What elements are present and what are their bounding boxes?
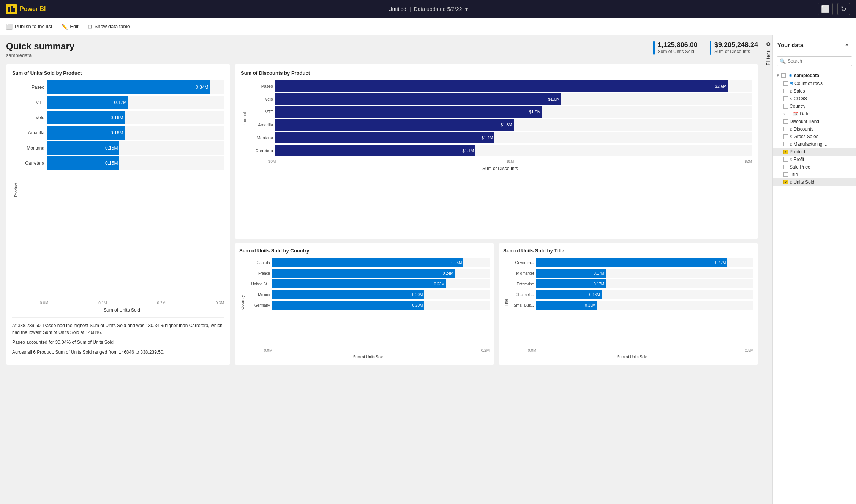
tree-child-item[interactable]: ›📅Date [773,110,856,118]
bar-value: $1.2M [482,135,493,140]
publish-label: Publish to the list [15,24,52,29]
bar-label: Montana [20,145,44,151]
item-name: Count of rows [794,81,823,86]
bar-fill: 0.15M [47,141,119,155]
count-icon: ⊞ [790,81,793,86]
bar-row: Channel ...0.16M [509,290,753,299]
bar-label: Amarilla [20,130,44,135]
tree-child-item[interactable]: ΣManufacturing ... [773,140,856,148]
tree-group-checkbox[interactable] [781,73,786,78]
dropdown-chevron[interactable]: ▾ [465,6,468,12]
publish-button[interactable]: ⬜ Publish to the list [6,24,52,30]
tree-child-item[interactable]: ΣGross Sales [773,133,856,140]
tree-child-item[interactable]: Discount Band [773,118,856,125]
tree-child-item[interactable]: ΣDiscounts [773,125,856,133]
checkbox[interactable] [783,142,788,146]
bar-fill: 0.25M [272,258,463,267]
top-bar: Power BI Untitled | Data updated 5/2/22 … [0,0,856,18]
search-wrap: 🔍 [777,56,852,66]
sigma-icon: Σ [790,157,792,162]
bar-fill: $2.6M [275,80,728,92]
chart3-title: Sum of Units Sold by Country [239,248,490,254]
tree-child-item[interactable]: Country [773,102,856,110]
insight-paragraph: Paseo accounted for 30.04% of Sum of Uni… [12,339,224,346]
chart4-ylabel: Title [503,258,509,347]
bar-value: 0.20M [412,293,423,297]
top-bar-center: Untitled | Data updated 5/2/22 ▾ [389,6,468,12]
bar-fill: 0.47M [536,258,727,267]
search-input[interactable] [777,56,852,66]
checkbox[interactable] [783,119,788,124]
chart1-title: Sum of Units Sold by Product [12,70,224,76]
tree-child-item[interactable]: ΣSales [773,87,856,95]
bar-row: Mexico0.20M [245,290,490,299]
bar-row: Amarilla0.16M [20,126,224,140]
search-icon: 🔍 [780,58,786,64]
checkbox[interactable]: ✓ [783,180,788,184]
checkbox[interactable] [783,134,788,139]
chart2-ylabel: Product [241,80,248,158]
tree-parent-sampledata[interactable]: ▼ ⊞ sampledata [773,71,856,80]
bar-fill: 0.15M [47,156,119,170]
insight-paragraph: At 338,239.50, Paseo had the highest Sum… [12,322,224,336]
item-name: Discounts [793,126,813,132]
window-button[interactable]: ⬜ [818,3,833,15]
bar-track: $1.6M [275,93,752,105]
bar-value: $1.5M [529,110,541,114]
x-axis-label: 0.2M [481,348,490,353]
sigma-icon: Σ [790,142,792,146]
tree-child-item[interactable]: ΣCOGS [773,95,856,102]
chart2-xaxis: $0M$1M$2M [241,159,752,164]
bar-label: Velo [248,97,273,101]
bar-value: 0.15M [105,145,118,151]
bar-row: Velo$1.6M [248,93,752,105]
refresh-button[interactable]: ↻ [837,3,850,15]
chart3-xlabel: Sum of Units Sold [239,355,490,359]
item-name: Product [790,149,805,154]
tree-child-item[interactable]: ⊞Count of rows [773,80,856,87]
x-axis-label: 0.5M [745,348,753,353]
checkbox[interactable] [783,165,788,169]
checkbox[interactable]: ✓ [783,150,788,154]
item-name: Discount Band [790,119,819,124]
bar-row: Montana0.15M [20,141,224,155]
show-data-table-button[interactable]: ⊞ Show data table [88,24,130,30]
bar-track: 0.16M [536,290,753,299]
checkbox[interactable] [783,96,788,101]
checkbox[interactable] [783,157,788,162]
kpi1: 1,125,806.00 Sum of Units Sold [653,41,698,55]
checkbox[interactable] [783,172,788,177]
bar-track: $1.3M [275,119,752,131]
tree-child-item[interactable]: ΣProfit [773,156,856,163]
tree-group: ▼ ⊞ sampledata ⊞Count of rowsΣSalesΣCOGS… [773,71,856,186]
bar-value: 0.34M [196,85,208,90]
collapse-button[interactable]: « [842,39,851,51]
tree-child-item[interactable]: ✓Product [773,148,856,156]
checkbox[interactable] [787,112,791,116]
checkbox[interactable] [783,81,788,86]
edit-button[interactable]: ✏️ Edit [61,24,78,30]
tree-child-item[interactable]: Sale Price [773,163,856,171]
bar-track: 0.15M [47,156,224,170]
chart1-ylabel: Product [12,80,20,299]
checkbox[interactable] [783,104,788,109]
checkbox[interactable] [783,127,788,131]
bar-label: Midmarket [509,271,534,276]
bar-fill: 0.16M [536,290,602,299]
tree-child-item[interactable]: ✓ΣUnits Sold [773,178,856,186]
bar-fill: 0.17M [47,96,128,109]
bar-fill: $1.3M [275,119,514,131]
svg-rect-2 [11,6,13,12]
bar-label: Germany [245,303,270,307]
bar-value: 0.17M [114,100,126,105]
chart2-xlabel: Sum of Discounts [241,166,752,171]
bar-value: $2.6M [715,84,727,88]
tree-child-item[interactable]: Title [773,171,856,178]
checkbox[interactable] [783,89,788,93]
bar-value: $1.3M [501,123,512,127]
filters-tab[interactable]: ⚙ Filters [764,35,772,504]
bar-row: VTT$1.5M [248,106,752,118]
kpi2-label: Sum of Discounts [714,49,758,54]
bar-value: 0.15M [105,161,118,166]
show-data-table-label: Show data table [95,24,130,29]
